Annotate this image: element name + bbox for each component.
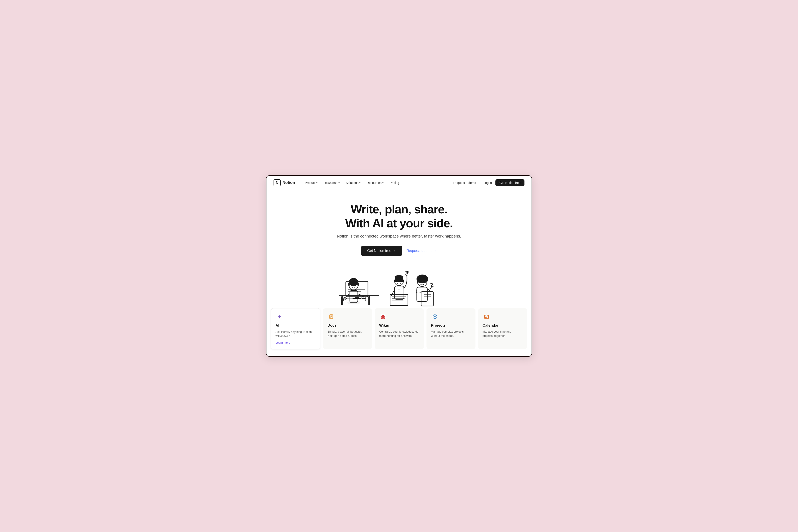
- svg-rect-20: [357, 283, 359, 286]
- nav-links: Product ▾ Download ▾ Solutions ▾ Resourc…: [302, 180, 453, 186]
- browser-window: N Notion Product ▾ Download ▾ Solutions …: [266, 175, 532, 357]
- svg-point-17: [352, 285, 353, 286]
- hero-illustration-svg: ✦ •: [333, 264, 465, 308]
- navbar: N Notion Product ▾ Download ▾ Solutions …: [266, 176, 532, 190]
- person-center: [390, 271, 408, 306]
- navbar-logo[interactable]: N Notion: [274, 179, 295, 186]
- svg-line-36: [406, 271, 406, 273]
- nav-divider: [480, 180, 480, 185]
- ai-learn-more-link[interactable]: Learn more →: [276, 341, 294, 344]
- resources-chevron-icon: ▾: [383, 182, 384, 184]
- docs-card-title: Docs: [328, 323, 368, 328]
- feature-card-wikis[interactable]: Wikis Centralize your knowledge. No more…: [375, 308, 424, 349]
- svg-rect-2: [368, 296, 370, 305]
- wikis-card-title: Wikis: [379, 323, 419, 328]
- sparkles: ✦ •: [365, 277, 377, 283]
- svg-rect-0: [339, 295, 379, 296]
- person-left: [339, 278, 379, 305]
- nav-resources[interactable]: Resources ▾: [364, 180, 386, 186]
- feature-card-ai[interactable]: ✦ AI Ask literally anything. Notion will…: [271, 308, 320, 349]
- svg-rect-59: [381, 315, 383, 317]
- product-chevron-icon: ▾: [316, 182, 317, 184]
- person-right: [416, 274, 434, 306]
- svg-rect-69: [485, 317, 486, 318]
- nav-solutions[interactable]: Solutions ▾: [343, 180, 363, 186]
- svg-line-39: [408, 272, 408, 274]
- solutions-chevron-icon: ▾: [359, 182, 360, 184]
- hero-request-demo-link[interactable]: Request a demo →: [407, 249, 437, 253]
- hero-buttons: Get Notion free → Request a demo →: [274, 246, 524, 256]
- hero-get-notion-free-button[interactable]: Get Notion free →: [361, 246, 402, 256]
- svg-rect-1: [341, 296, 343, 305]
- download-chevron-icon: ▾: [338, 182, 339, 184]
- projects-card-title: Projects: [431, 323, 471, 328]
- nav-product[interactable]: Product ▾: [302, 180, 320, 186]
- wikis-card-desc: Centralize your knowledge. No more hunti…: [379, 329, 419, 338]
- svg-point-33: [397, 281, 398, 282]
- nav-download[interactable]: Download ▾: [321, 180, 342, 186]
- hero-subtitle: Notion is the connected workspace where …: [274, 234, 524, 239]
- docs-icon: [328, 312, 335, 321]
- nav-pricing[interactable]: Pricing: [387, 180, 402, 186]
- svg-text:•: •: [376, 277, 377, 280]
- nav-right: Request a demo Log in Get Notion free: [453, 179, 524, 186]
- nav-get-notion-free-button[interactable]: Get Notion free: [496, 179, 524, 186]
- svg-rect-30: [394, 286, 404, 299]
- calendar-icon: [483, 312, 490, 321]
- calendar-card-desc: Manage your time and projects, together.: [483, 329, 523, 338]
- svg-point-26: [398, 290, 400, 291]
- navbar-logo-text: Notion: [282, 180, 295, 185]
- svg-point-34: [400, 281, 401, 282]
- notion-logo-icon: N: [274, 179, 281, 186]
- svg-line-51: [418, 281, 419, 282]
- feature-card-docs[interactable]: Docs Simple, powerful, beautiful. Next-g…: [323, 308, 372, 349]
- calendar-card-title: Calendar: [483, 323, 523, 328]
- projects-card-desc: Manage complex projects without the chao…: [431, 329, 471, 338]
- wikis-icon: [379, 312, 387, 321]
- svg-rect-60: [384, 315, 385, 317]
- nav-request-demo[interactable]: Request a demo: [453, 181, 476, 185]
- nav-login[interactable]: Log in: [483, 181, 492, 185]
- ai-icon: ✦: [276, 313, 283, 321]
- svg-rect-65: [485, 315, 488, 319]
- feature-cards-section: ✦ AI Ask literally anything. Notion will…: [266, 308, 532, 356]
- svg-line-52: [425, 281, 427, 282]
- svg-point-18: [354, 285, 355, 286]
- projects-icon: [431, 312, 439, 321]
- svg-rect-61: [381, 317, 383, 318]
- svg-point-64: [434, 316, 435, 317]
- feature-card-calendar[interactable]: Calendar Manage your time and projects, …: [478, 308, 527, 349]
- svg-point-25: [390, 294, 408, 295]
- feature-card-projects[interactable]: Projects Manage complex projects without…: [426, 308, 476, 349]
- hero-illustration: ✦ •: [321, 264, 477, 308]
- ai-card-title: AI: [276, 323, 316, 328]
- svg-rect-19: [348, 283, 350, 286]
- ai-card-desc: Ask literally anything. Notion will answ…: [276, 330, 316, 338]
- svg-text:✦: ✦: [365, 280, 368, 283]
- svg-point-32: [394, 275, 404, 279]
- svg-rect-24: [390, 294, 408, 306]
- svg-rect-62: [384, 317, 385, 318]
- docs-card-desc: Simple, powerful, beautiful. Next-gen no…: [328, 329, 368, 338]
- hero-title: Write, plan, share. With AI at your side…: [274, 202, 524, 230]
- hero-section: Write, plan, share. With AI at your side…: [266, 190, 532, 308]
